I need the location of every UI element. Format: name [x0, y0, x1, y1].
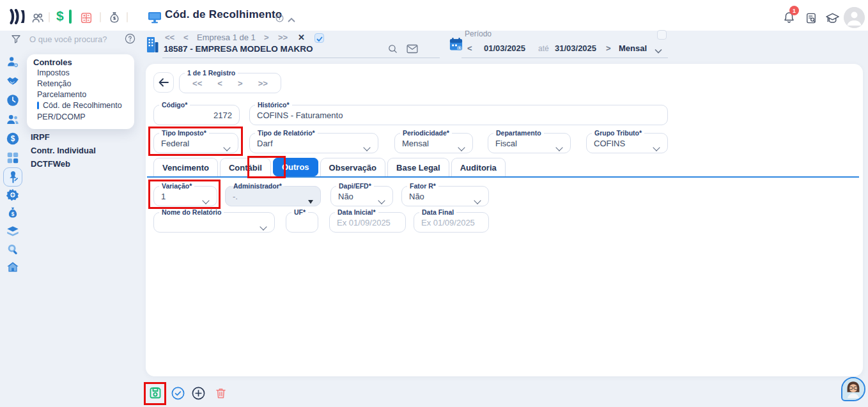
home-icon[interactable]	[6, 260, 20, 274]
layers-icon[interactable]	[6, 224, 20, 238]
tab-observacao[interactable]: Observação	[320, 158, 385, 176]
sidebar-item-parcelamento[interactable]: Parcelamento	[37, 90, 86, 99]
education-cap-icon[interactable]	[825, 12, 840, 27]
tab-auditoria[interactable]: Auditoria	[451, 158, 506, 176]
pinned-module-button[interactable]	[3, 167, 22, 187]
data-final-placeholder: Ex 01/09/2025	[414, 216, 488, 229]
company-next-button[interactable]: >	[264, 33, 269, 42]
active-tab-underline	[147, 176, 859, 178]
back-button[interactable]	[153, 72, 174, 93]
sidebar-item-impostos[interactable]: Impostos	[37, 68, 70, 77]
user-avatar[interactable]	[844, 7, 865, 28]
grupo-tributo-select[interactable]: Grupo Tributo* COFINS	[586, 129, 668, 153]
variacao-select[interactable]: Variação* 1	[153, 182, 217, 206]
period-checkbox[interactable]	[657, 30, 667, 40]
delete-button[interactable]	[214, 386, 229, 401]
money-bag-icon[interactable]	[107, 10, 121, 27]
confirm-button[interactable]	[171, 386, 186, 401]
data-inicial-field[interactable]: Data Inicial* Ex 01/09/2025	[329, 208, 406, 233]
company-nav-label: Empresa 1 de 1	[197, 33, 256, 42]
sidebar-section-contr-individual[interactable]: Contr. Individual	[31, 146, 96, 155]
company-clear-button[interactable]: ✕	[298, 33, 305, 42]
tipo-relatorio-select[interactable]: Tipo de Relatório* Darf	[249, 129, 378, 153]
tab-outros[interactable]: Outros	[273, 158, 318, 176]
top-bar: $ Cód. de	[0, 0, 868, 31]
company-mail-icon[interactable]	[407, 44, 418, 56]
makro-logo-icon[interactable]	[9, 9, 26, 27]
periodicidade-select[interactable]: Periodicidade* Mensal	[394, 129, 473, 153]
tab-base-legal[interactable]: Base Legal	[387, 158, 449, 176]
info-icon[interactable]	[275, 13, 284, 25]
period-end-date[interactable]: 31/03/2025	[555, 43, 596, 53]
notification-badge: 1	[789, 6, 799, 15]
record-last-button[interactable]: >>	[258, 79, 268, 88]
company-prev-button[interactable]: <	[183, 33, 189, 42]
record-nav-title: 1 de 1 Registro	[185, 69, 238, 77]
add-button[interactable]	[191, 386, 206, 401]
uf-field[interactable]: UF*	[286, 208, 318, 233]
period-separator: até	[538, 44, 549, 53]
save-button[interactable]	[148, 385, 163, 401]
company-underline	[162, 58, 440, 58]
record-prev-button[interactable]: <	[217, 79, 222, 88]
sidebar-item-retencao[interactable]: Retenção	[37, 79, 72, 88]
dapi-efd-select[interactable]: Dapi/EFD* Não	[330, 182, 393, 206]
sidebar-item-per-dcomp[interactable]: PER/DCOMP	[37, 112, 86, 121]
period-label: Período	[465, 29, 492, 38]
data-final-field[interactable]: Data Final Ex 01/09/2025	[414, 208, 489, 233]
period-start-date[interactable]: 01/03/2025	[484, 43, 525, 53]
support-chat-avatar[interactable]	[841, 377, 865, 401]
company-first-button[interactable]: <<	[165, 33, 174, 42]
sidebar-section-dctfweb[interactable]: DCTFWeb	[31, 159, 70, 169]
codigo-value: 2172	[154, 109, 239, 121]
data-inicial-placeholder: Ex 01/09/2025	[330, 216, 405, 229]
toolbar-divider	[127, 12, 128, 22]
period-prev-button[interactable]: <	[467, 43, 472, 53]
controles-menu-panel: Controles Impostos Retenção Parcelamento…	[27, 54, 134, 129]
tipo-imposto-select[interactable]: Tipo Imposto* Federal	[153, 129, 238, 153]
search-input[interactable]	[29, 33, 122, 45]
sidebar-section-irpf[interactable]: IRPF	[31, 132, 50, 142]
calculator-grid-icon[interactable]	[6, 151, 20, 165]
period-mode-select[interactable]: Mensal	[619, 43, 647, 53]
settings-gear-icon[interactable]	[6, 188, 20, 202]
audit-log-icon[interactable]	[805, 12, 818, 27]
users-icon[interactable]	[6, 112, 20, 127]
finance-dollar-icon[interactable]: $	[6, 132, 20, 146]
svg-text:$: $	[11, 134, 15, 143]
nome-relatorio-select[interactable]: Nome do Relatório	[153, 208, 275, 233]
tax-bag-icon[interactable]: $	[6, 206, 20, 220]
nome-relatorio-value	[154, 216, 274, 229]
clients-icon[interactable]	[31, 11, 45, 27]
historico-field[interactable]: Histórico* COFINS - Faturamento	[249, 101, 668, 125]
period-next-button[interactable]: >	[606, 43, 611, 53]
tab-vencimento[interactable]: Vencimento	[153, 158, 218, 176]
codigo-field[interactable]: Código* 2172	[153, 101, 240, 125]
tab-contabil[interactable]: Contábil	[220, 158, 271, 176]
financial-module-icon[interactable]: $	[56, 8, 64, 24]
record-next-button[interactable]: >	[238, 79, 243, 88]
calculator-icon[interactable]	[79, 11, 93, 27]
svg-text:$: $	[12, 211, 15, 217]
sidebar-item-cod-de-recolhimento[interactable]: Cód. de Recolhimento	[37, 101, 122, 110]
person-settings-icon[interactable]	[6, 55, 20, 69]
monitor-icon	[148, 12, 162, 27]
help-icon[interactable]	[125, 33, 136, 47]
search-module-icon[interactable]	[6, 242, 20, 256]
menu-section-header: Controles	[33, 58, 72, 67]
period-mode-chevron-icon[interactable]	[655, 45, 662, 57]
company-last-button[interactable]: >>	[278, 33, 288, 42]
filter-icon[interactable]	[10, 33, 22, 47]
company-name: 18587 - EMPRESA MODELO MAKRO	[164, 44, 313, 54]
active-item-indicator	[37, 102, 39, 109]
handshake-icon[interactable]	[6, 74, 20, 88]
company-selected-checkbox[interactable]	[314, 33, 324, 43]
departamento-select[interactable]: Departamento Fiscal	[488, 129, 571, 153]
collapse-chevron-icon[interactable]	[288, 14, 295, 26]
company-search-icon[interactable]	[387, 43, 398, 57]
form-tabs: Vencimento Contábil Outros Observação Ba…	[153, 158, 506, 176]
clock-icon[interactable]	[6, 93, 20, 107]
fator-r-select[interactable]: Fator R* Não	[401, 182, 489, 206]
record-first-button[interactable]: <<	[192, 79, 202, 88]
administrador-value: -.	[226, 190, 320, 203]
